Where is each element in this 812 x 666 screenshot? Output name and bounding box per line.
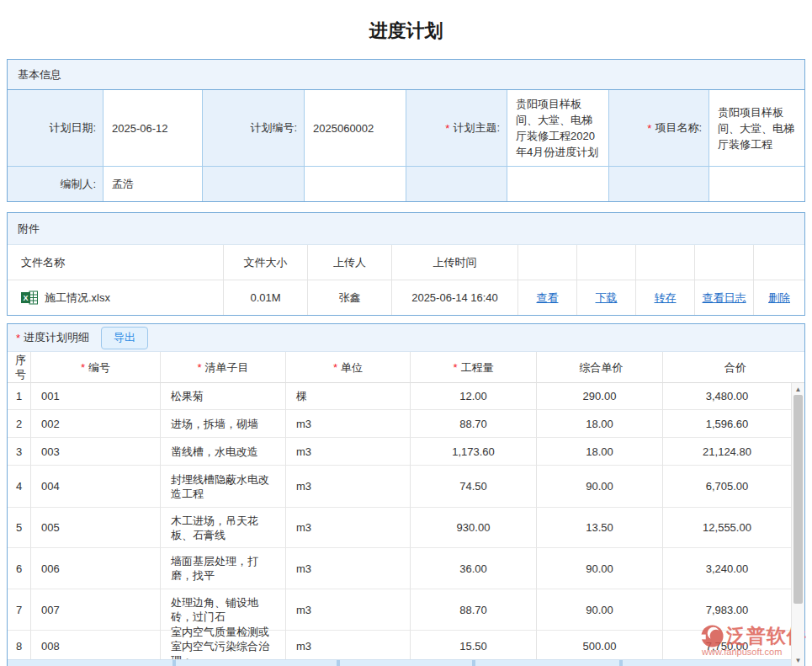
code-cell: 005: [31, 508, 161, 548]
code-cell: 004: [31, 466, 161, 508]
total-cell: 21,124.80: [663, 438, 791, 466]
quantity-cell: 930.00: [411, 508, 537, 548]
action-cell: 查看日志: [695, 280, 754, 315]
code-cell: 003: [31, 438, 161, 466]
item-column-header: *清单子目: [161, 352, 286, 383]
detail-row: 8 008 室内空气质量检测或室内空气污染综合治理； m3 15.50 500.…: [8, 631, 791, 662]
unit-price-cell: 90.00: [537, 466, 663, 508]
code-cell: 001: [31, 383, 161, 410]
detail-row: 4 004 封埋线槽隐蔽水电改造工程 m3 74.50 90.00 6,705.…: [8, 466, 791, 508]
uploader-column-header: 上传人: [308, 245, 392, 280]
scroll-up-arrow-icon[interactable]: ▲: [792, 383, 804, 395]
quantity-cell: 74.50: [411, 466, 537, 508]
detail-table-body: 1 001 松果菊 棵 12.00 290.00 3,480.00 2 002 …: [8, 383, 791, 662]
delete-file-link[interactable]: 删除: [768, 290, 790, 306]
scroll-down-arrow-icon[interactable]: ▼: [792, 654, 804, 666]
unit-cell: m3: [286, 438, 411, 466]
code-cell: 008: [31, 631, 161, 662]
detail-header: * 进度计划明细 导出: [8, 324, 804, 352]
basic-info-grid: 计划日期: 2025-06-12 计划编号: 2025060002 * 计划主题…: [8, 90, 804, 201]
unit-cell: m3: [286, 410, 411, 438]
excel-file-icon: X: [21, 290, 38, 305]
total-cell: 3,240.00: [663, 548, 791, 589]
detail-section: * 进度计划明细 导出 序号 *编号 *清单子目 *单位 *工程量 综合单价 合…: [7, 323, 805, 666]
unit-cell: m3: [286, 508, 411, 548]
total-cell: 1,596.60: [663, 410, 791, 438]
unit-cell: m3: [286, 631, 411, 662]
quantity-column-header: *工程量: [411, 352, 537, 383]
view-file-link[interactable]: 查看: [537, 290, 559, 306]
serial-cell: 6: [8, 548, 31, 589]
unit-price-cell: 90.00: [537, 589, 663, 631]
serial-column-header: 序号: [8, 352, 31, 383]
next-row-partial: [8, 659, 791, 666]
quantity-cell: 15.50: [411, 631, 537, 662]
unit-price-cell: 18.00: [537, 438, 663, 466]
export-button[interactable]: 导出: [101, 327, 148, 349]
upload-time-cell: 2025-06-14 16:40: [392, 280, 518, 315]
code-cell: 007: [31, 589, 161, 631]
serial-cell: 1: [8, 383, 31, 410]
view-log-link[interactable]: 查看日志: [703, 290, 746, 306]
empty-label-cell: [406, 167, 507, 201]
plan-subject-label: * 计划主题:: [406, 90, 507, 167]
uploader-cell: 张鑫: [308, 280, 392, 315]
detail-row: 6 006 墙面基层处理，打磨，找平 m3 36.00 90.00 3,240.…: [8, 548, 791, 589]
item-cell: 封埋线槽隐蔽水电改造工程: [161, 466, 286, 508]
quantity-cell: 88.70: [411, 410, 537, 438]
detail-row: 5 005 木工进场，吊天花板、石膏线 m3 930.00 13.50 12,5…: [8, 508, 791, 548]
item-cell: 松果菊: [161, 383, 286, 410]
unit-cell: m3: [286, 548, 411, 589]
empty-value-cell: [709, 167, 804, 201]
unit-cell: 棵: [286, 383, 411, 410]
unit-price-cell: 290.00: [537, 383, 663, 410]
serial-cell: 3: [8, 438, 31, 466]
action-column-header: [636, 245, 695, 280]
unit-price-column-header: 综合单价: [537, 352, 663, 383]
unit-price-cell: 90.00: [537, 548, 663, 589]
code-column-header: *编号: [31, 352, 161, 383]
unit-price-cell: 500.00: [537, 631, 663, 662]
svg-text:X: X: [23, 294, 28, 302]
detail-row: 1 001 松果菊 棵 12.00 290.00 3,480.00: [8, 383, 791, 410]
vertical-scrollbar[interactable]: ▲ ▼: [791, 383, 804, 666]
action-column-header: [577, 245, 636, 280]
total-cell: 7,983.00: [663, 589, 791, 631]
file-name-text: 施工情况.xlsx: [45, 290, 110, 306]
empty-label-cell: [203, 167, 305, 201]
basic-info-title: 基本信息: [18, 67, 61, 83]
download-file-link[interactable]: 下载: [596, 290, 618, 306]
detail-row: 2 002 进场，拆墙，砌墙 m3 88.70 18.00 1,596.60: [8, 410, 791, 438]
serial-cell: 5: [8, 508, 31, 548]
attachments-title: 附件: [18, 221, 40, 237]
action-column-header: [754, 245, 804, 280]
file-name-column-header: 文件名称: [8, 245, 224, 280]
file-size-cell: 0.01M: [224, 280, 308, 315]
item-cell: 室内空气质量检测或室内空气污染综合治理；: [161, 631, 286, 662]
basic-info-section: 基本信息 计划日期: 2025-06-12 计划编号: 2025060002 *…: [7, 59, 805, 202]
compiler-label: 编制人:: [8, 167, 103, 201]
detail-row: 3 003 凿线槽，水电改造 m3 1,173.60 18.00 21,124.…: [8, 438, 791, 466]
unit-price-cell: 18.00: [537, 410, 663, 438]
attachment-row: X 施工情况.xlsx 0.01M 张鑫 2025-06-14 16:40 查看…: [8, 280, 804, 315]
empty-label-cell: [609, 167, 709, 201]
scrollbar-thumb[interactable]: [793, 395, 803, 604]
plan-no-label: 计划编号:: [203, 90, 305, 167]
serial-cell: 2: [8, 410, 31, 438]
compiler-value: 孟浩: [103, 167, 203, 201]
save-as-link[interactable]: 转存: [655, 290, 677, 306]
total-column-header: 合价: [663, 352, 804, 383]
unit-price-cell: 13.50: [537, 508, 663, 548]
page-title: 进度计划: [0, 0, 812, 59]
attachments-section: 附件 文件名称 文件大小 上传人 上传时间 X 施工情况: [7, 212, 805, 316]
serial-cell: 4: [8, 466, 31, 508]
quantity-cell: 88.70: [411, 589, 537, 631]
total-cell: 3,480.00: [663, 383, 791, 410]
code-cell: 002: [31, 410, 161, 438]
file-size-column-header: 文件大小: [224, 245, 308, 280]
project-name-label: * 项目名称:: [609, 90, 709, 167]
action-column-header: [518, 245, 577, 280]
quantity-cell: 12.00: [411, 383, 537, 410]
detail-row: 7 007 处理边角、铺设地砖，过门石 m3 88.70 90.00 7,983…: [8, 589, 791, 631]
code-cell: 006: [31, 548, 161, 589]
